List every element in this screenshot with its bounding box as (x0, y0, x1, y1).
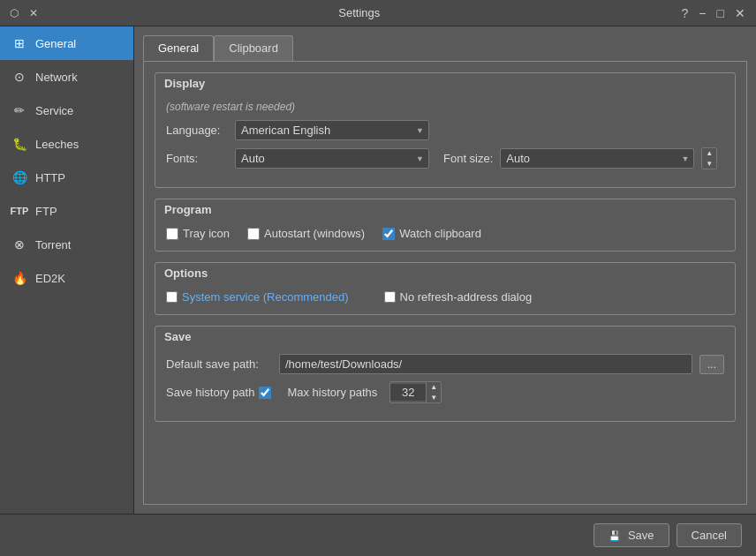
close-button[interactable]: ✕ (731, 4, 749, 22)
save-section-title: Save (155, 327, 735, 347)
torrent-icon: ⊗ (11, 236, 28, 253)
no-refresh-label: No refresh-address dialog (400, 290, 533, 304)
save-history-checkbox-item[interactable]: Save history path (166, 386, 271, 399)
tab-clipboard[interactable]: Clipboard (214, 35, 293, 61)
fontsize-down-btn[interactable]: ▼ (702, 159, 716, 169)
sidebar-label-ed2k: ED2K (35, 272, 65, 285)
max-history-input[interactable] (390, 384, 426, 401)
sidebar-label-general: General (35, 37, 76, 50)
sidebar-label-leeches: Leeches (35, 138, 79, 151)
program-section: Program Tray icon Autostart (windows) (155, 199, 736, 252)
display-section-body: (software restart is needed) Language: A… (155, 94, 735, 187)
no-refresh-checkbox-item[interactable]: No refresh-address dialog (384, 290, 533, 304)
autostart-checkbox[interactable] (247, 228, 260, 240)
ed2k-icon: 🔥 (11, 269, 28, 287)
program-section-body: Tray icon Autostart (windows) Watch clip… (155, 220, 735, 251)
no-refresh-checkbox[interactable] (384, 291, 396, 303)
watch-clipboard-checkbox-item[interactable]: Watch clipboard (382, 227, 481, 240)
maximize-button[interactable]: □ (714, 4, 728, 22)
sidebar-item-ed2k[interactable]: 🔥 ED2K (0, 261, 133, 295)
main-container: ⊞ General ⊙ Network ✏ Service 🐛 Leeches … (0, 26, 756, 514)
save-section-body: Default save path: ... Save history path… (155, 347, 735, 421)
http-icon: 🌐 (11, 169, 28, 186)
max-history-spinbox-btns: ▲ ▼ (426, 382, 441, 402)
cancel-button[interactable]: Cancel (677, 523, 742, 547)
leeches-icon: 🐛 (11, 135, 28, 153)
sidebar: ⊞ General ⊙ Network ✏ Service 🐛 Leeches … (0, 26, 134, 514)
font-select[interactable]: Auto Default Custom (235, 148, 429, 169)
sidebar-label-ftp: FTP (35, 205, 57, 218)
sidebar-item-leeches[interactable]: 🐛 Leeches (0, 127, 133, 161)
sidebar-label-network: Network (35, 71, 78, 84)
browse-button[interactable]: ... (699, 355, 724, 374)
program-checkboxes: Tray icon Autostart (windows) Watch clip… (166, 227, 724, 240)
app-icon: ⬡ (7, 6, 21, 20)
options-section-title: Options (155, 263, 735, 283)
window-title: Settings (41, 6, 678, 19)
tab-general[interactable]: General (143, 35, 214, 61)
max-history-down-btn[interactable]: ▼ (427, 393, 441, 403)
max-history-label: Max history paths (287, 386, 377, 399)
ftp-icon: FTP (11, 202, 28, 220)
font-label: Fonts: (166, 152, 228, 165)
save-section: Save Default save path: ... Save history… (155, 326, 736, 422)
save-icon: 💾 (609, 530, 621, 542)
font-row: Fonts: Auto Default Custom Font size: Au (166, 147, 724, 169)
font-size-label: Font size: (443, 152, 493, 165)
watch-clipboard-label: Watch clipboard (399, 227, 481, 240)
tray-icon-label: Tray icon (183, 227, 230, 240)
options-section-body: System service (Recommended) No refresh-… (155, 283, 735, 314)
language-row: Language: American English British Engli… (166, 120, 724, 140)
display-note: (software restart is needed) (166, 101, 724, 113)
fontsize-select[interactable]: Auto Small Medium Large (500, 148, 694, 169)
general-icon: ⊞ (11, 34, 28, 52)
save-btn-label: Save (628, 529, 654, 542)
network-icon: ⊙ (11, 68, 28, 86)
sidebar-item-network[interactable]: ⊙ Network (0, 60, 133, 94)
system-service-checkbox[interactable] (166, 291, 178, 303)
tab-content-general: Display (software restart is needed) Lan… (143, 61, 747, 505)
max-history-up-btn[interactable]: ▲ (427, 382, 441, 393)
autostart-label: Autostart (windows) (264, 227, 365, 240)
sidebar-item-http[interactable]: 🌐 HTTP (0, 161, 133, 194)
fontsize-spinbox[interactable]: ▲ ▼ (701, 147, 717, 169)
display-section-title: Display (155, 73, 735, 94)
save-button[interactable]: 💾 Save (593, 523, 669, 547)
sidebar-item-ftp[interactable]: FTP FTP (0, 194, 133, 228)
options-row: System service (Recommended) No refresh-… (166, 290, 724, 304)
sidebar-label-http: HTTP (35, 171, 65, 184)
save-history-checkbox[interactable] (259, 387, 271, 399)
help-button[interactable]: ? (678, 4, 692, 22)
sidebar-item-general[interactable]: ⊞ General (0, 26, 133, 60)
fontsize-up-btn[interactable]: ▲ (702, 148, 716, 159)
tray-icon-checkbox[interactable] (166, 228, 178, 240)
default-save-input[interactable] (279, 354, 692, 374)
language-select-wrapper: American English British English French … (235, 120, 429, 140)
system-service-label: System service (Recommended) (182, 290, 349, 304)
font-select-wrapper: Auto Default Custom (235, 148, 429, 169)
sidebar-item-service[interactable]: ✏ Service (0, 94, 133, 127)
minimize-button[interactable]: − (695, 4, 709, 22)
language-select[interactable]: American English British English French … (235, 120, 429, 140)
tab-bar: General Clipboard (143, 35, 747, 61)
default-save-label: Default save path: (166, 357, 272, 371)
app-icon2: ✕ (26, 6, 41, 20)
sidebar-label-torrent: Torrent (35, 238, 71, 252)
footer: 💾 Save Cancel (0, 514, 756, 556)
titlebar: ⬡ ✕ Settings ? − □ ✕ (0, 0, 756, 26)
system-service-checkbox-item[interactable]: System service (Recommended) (166, 290, 349, 304)
tray-icon-checkbox-item[interactable]: Tray icon (166, 227, 230, 240)
save-history-label: Save history path (166, 386, 254, 399)
sidebar-label-service: Service (35, 104, 73, 117)
titlebar-icons: ⬡ ✕ (7, 6, 41, 20)
display-section: Display (software restart is needed) Lan… (155, 72, 736, 188)
save-history-row: Save history path Max history paths ▲ ▼ (166, 381, 724, 403)
autostart-checkbox-item[interactable]: Autostart (windows) (247, 227, 365, 240)
titlebar-controls: ? − □ ✕ (678, 4, 749, 22)
max-history-spinbox: ▲ ▼ (389, 381, 442, 403)
watch-clipboard-checkbox[interactable] (382, 228, 395, 240)
options-section: Options System service (Recommended) No … (155, 262, 736, 315)
language-label: Language: (166, 124, 228, 137)
sidebar-item-torrent[interactable]: ⊗ Torrent (0, 228, 133, 261)
fontsize-select-wrapper: Auto Small Medium Large (500, 148, 694, 169)
